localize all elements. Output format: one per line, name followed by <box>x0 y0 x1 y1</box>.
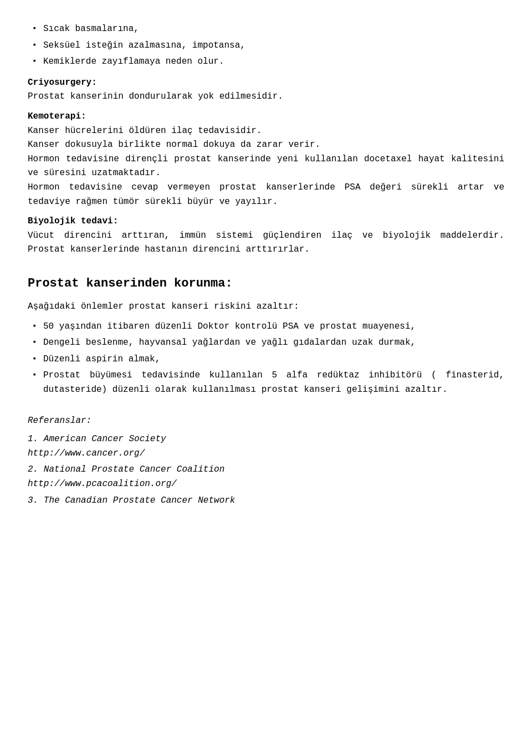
biyolojik-heading: Biyolojik tedavi: <box>28 216 118 226</box>
ref2-url: http://www.pcacoalition.org/ <box>28 479 177 489</box>
biyolojik-text2: Prostat kanserlerinde hastanın direncini… <box>28 244 310 254</box>
korunma-bullet-3: Prostat büyümesi tedavisinde kullanılan … <box>28 369 504 397</box>
korunma-bullet-2: Düzenli aspirin almak, <box>28 353 504 367</box>
reference-2: 2. National Prostate Cancer Coalition ht… <box>28 463 504 491</box>
criyosurgery-text: Prostat kanserinin dondurularak yok edil… <box>28 91 283 101</box>
ref3-name: The Canadian Prostate Cancer Network <box>44 496 236 505</box>
criyosurgery-section: Criyosurgery: Prostat kanserinin donduru… <box>28 76 504 104</box>
kemoterapi-text3: Hormon tedavisine dirençli prostat kanse… <box>28 154 504 178</box>
ref2-name: National Prostate Cancer Coalition <box>44 464 224 474</box>
kemoterapi-text4: Hormon tedavisine cevap vermeyen prostat… <box>28 182 504 207</box>
biyolojik-text1: Vücut direncini arttıran, immün sistemi … <box>28 231 504 241</box>
kemoterapi-heading: Kemoterapi: <box>28 111 86 121</box>
top-bullet-list: Sıcak basmalarına, Seksüel isteğin azalm… <box>28 22 504 69</box>
ref1-name: American Cancer Society <box>44 434 166 444</box>
criyosurgery-heading: Criyosurgery: <box>28 78 97 88</box>
korunma-bullet-list: 50 yaşından itibaren düzenli Doktor kont… <box>28 320 504 397</box>
ref3-number: 3. <box>28 496 38 505</box>
kemoterapi-text1: Kanser hücrelerini öldüren ilaç tedavisi… <box>28 126 262 136</box>
ref1-number: 1. <box>28 434 38 444</box>
kemoterapi-section: Kemoterapi: Kanser hücrelerini öldüren i… <box>28 110 504 209</box>
korunma-bullet-0: 50 yaşından itibaren düzenli Doktor kont… <box>28 320 504 334</box>
kemoterapi-text2: Kanser dokusuyla birlikte normal dokuya … <box>28 140 320 150</box>
references-section: Referanslar: 1. American Cancer Society … <box>28 414 504 508</box>
korunma-section: Prostat kanserinden korunma: Aşağıdaki ö… <box>28 274 504 397</box>
korunma-bullet-1: Dengeli beslenme, hayvansal yağlardan ve… <box>28 336 504 350</box>
bullet-item-3: Kemiklerde zayıflamaya neden olur. <box>28 55 504 69</box>
reference-3: 3. The Canadian Prostate Cancer Network <box>28 494 504 508</box>
korunma-intro: Aşağıdaki önlemler prostat kanseri riski… <box>28 300 504 314</box>
ref1-url: http://www.cancer.org/ <box>28 448 145 458</box>
ref2-number: 2. <box>28 464 38 474</box>
korunma-heading: Prostat kanserinden korunma: <box>28 274 504 293</box>
reference-1: 1. American Cancer Society http://www.ca… <box>28 432 504 461</box>
bullet-item-2: Seksüel isteğin azalmasına, impotansa, <box>28 39 504 53</box>
bullet-item-1: Sıcak basmalarına, <box>28 22 504 37</box>
references-label: Referanslar: <box>28 414 504 428</box>
biyolojik-section: Biyolojik tedavi: Vücut direncini arttır… <box>28 214 504 257</box>
